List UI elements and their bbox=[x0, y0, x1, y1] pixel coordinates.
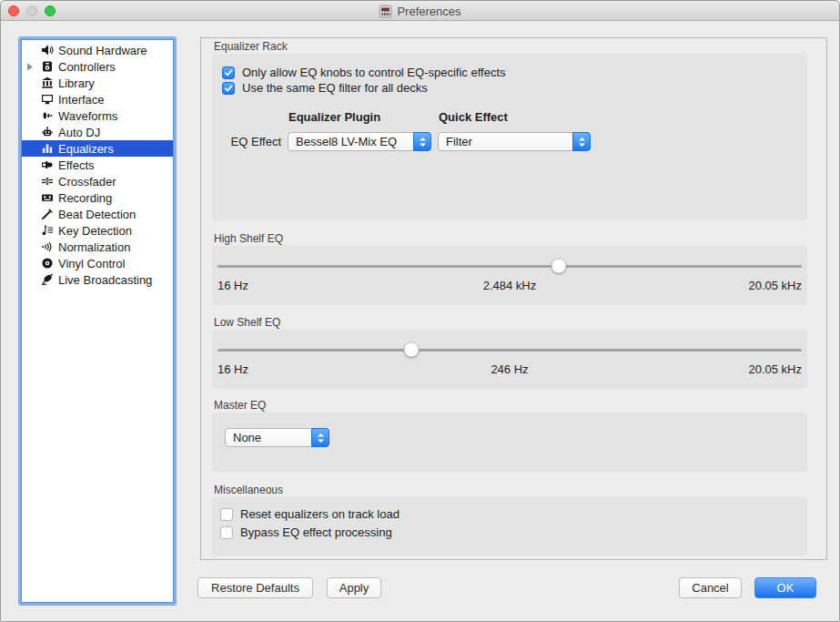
slider-track[interactable] bbox=[218, 349, 802, 352]
slider-thumb[interactable] bbox=[404, 342, 420, 358]
effects-plug-icon bbox=[40, 158, 55, 172]
eq-effect-row-label: EQ Effect bbox=[212, 135, 281, 148]
checkbox-label: Bypass EQ effect processing bbox=[240, 525, 392, 539]
display-icon bbox=[40, 92, 55, 107]
sidebar-item-crossfader[interactable]: Crossfader bbox=[22, 173, 173, 189]
robot-icon bbox=[40, 125, 55, 139]
bypass-eq-checkbox[interactable] bbox=[220, 526, 233, 539]
preferences-window: Preferences Sound Hardware Controllers L… bbox=[0, 0, 840, 622]
slider-value-label: 246 Hz bbox=[218, 362, 802, 376]
sidebar-item-label: Waveforms bbox=[58, 109, 117, 123]
beat-detection-icon bbox=[40, 207, 55, 221]
sidebar-item-label: Live Broadcasting bbox=[58, 273, 152, 287]
disclosure-triangle-icon[interactable] bbox=[26, 63, 40, 71]
quick-effect-column-header: Quick Effect bbox=[439, 110, 508, 124]
slider-max-label: 20.05 kHz bbox=[748, 279, 802, 292]
quick-effect-select[interactable]: Filter bbox=[438, 132, 591, 151]
traffic-lights bbox=[8, 5, 56, 16]
low-shelf-eq-slider[interactable] bbox=[218, 337, 802, 364]
waveform-icon bbox=[40, 108, 55, 123]
close-button[interactable] bbox=[8, 5, 19, 16]
sidebar-item-equalizers[interactable]: Equalizers bbox=[22, 140, 173, 157]
title-area: Preferences bbox=[1, 1, 839, 21]
sidebar-item-controllers[interactable]: Controllers bbox=[22, 58, 173, 75]
sidebar-item-recording[interactable]: Recording bbox=[22, 189, 173, 206]
popup-arrows-icon bbox=[572, 132, 591, 151]
sidebar-item-library[interactable]: Library bbox=[22, 75, 173, 91]
sidebar-item-auto-dj[interactable]: Auto DJ bbox=[22, 124, 173, 140]
sidebar-item-key-detection[interactable]: Key Detection bbox=[22, 222, 173, 239]
only-eq-knobs-checkbox[interactable] bbox=[222, 66, 235, 79]
preferences-sidebar: Sound Hardware Controllers Library Inter… bbox=[21, 39, 174, 603]
group-label: Low Shelf EQ bbox=[214, 317, 807, 329]
recorder-icon bbox=[40, 190, 55, 205]
slider-max-label: 20.05 kHz bbox=[748, 362, 802, 376]
equalizers-preferences-pane: Equalizer Rack Only allow EQ knobs to co… bbox=[200, 37, 827, 560]
vinyl-icon bbox=[40, 256, 55, 270]
master-eq-value: None bbox=[226, 431, 311, 444]
slider-thumb[interactable] bbox=[551, 259, 566, 274]
sidebar-item-live-broadcasting[interactable]: Live Broadcasting bbox=[22, 271, 173, 288]
high-shelf-eq-group: High Shelf EQ 16 Hz 2.484 kHz 20.05 kHz bbox=[212, 233, 807, 305]
master-eq-group: Master EQ None bbox=[212, 400, 807, 472]
ok-button[interactable]: OK bbox=[754, 577, 816, 598]
broadcast-dish-icon bbox=[40, 272, 55, 287]
sidebar-item-sound-hardware[interactable]: Sound Hardware bbox=[22, 42, 173, 58]
sidebar-item-normalization[interactable]: Normalization bbox=[22, 239, 173, 255]
minimize-button[interactable] bbox=[26, 5, 37, 16]
group-label: Master EQ bbox=[214, 400, 807, 412]
sidebar-item-effects[interactable]: Effects bbox=[22, 157, 173, 173]
sidebar-item-waveforms[interactable]: Waveforms bbox=[22, 107, 173, 124]
sidebar-item-label: Vinyl Control bbox=[58, 257, 125, 270]
checkbox-label: Reset equalizers on track load bbox=[240, 507, 400, 521]
cancel-button[interactable]: Cancel bbox=[679, 577, 742, 598]
group-label: Miscellaneous bbox=[214, 484, 807, 496]
equalizer-bars-icon bbox=[40, 141, 55, 156]
sidebar-item-label: Auto DJ bbox=[58, 126, 100, 139]
group-label: Equalizer Rack bbox=[214, 41, 807, 53]
sidebar-item-vinyl-control[interactable]: Vinyl Control bbox=[22, 255, 173, 271]
checkbox-label: Only allow EQ knobs to control EQ-specif… bbox=[242, 66, 506, 79]
sidebar-item-label: Interface bbox=[58, 93, 105, 107]
titlebar: Preferences bbox=[1, 1, 839, 21]
sidebar-item-label: Beat Detection bbox=[58, 208, 136, 221]
low-shelf-eq-group: Low Shelf EQ 16 Hz 246 Hz 20.05 kHz bbox=[212, 317, 807, 389]
popup-arrows-icon bbox=[413, 132, 431, 151]
slider-track[interactable] bbox=[218, 265, 802, 268]
equalizer-plugin-value: Bessel8 LV-Mix EQ bbox=[288, 135, 413, 148]
checkbox-label: Use the same EQ filter for all decks bbox=[242, 81, 428, 95]
window-title: Preferences bbox=[397, 5, 460, 18]
sidebar-item-label: Normalization bbox=[58, 240, 130, 254]
sidebar-item-label: Sound Hardware bbox=[58, 44, 147, 57]
zoom-button[interactable] bbox=[45, 5, 56, 16]
quick-effect-value: Filter bbox=[439, 135, 572, 148]
high-shelf-eq-slider[interactable] bbox=[218, 253, 802, 280]
same-eq-filter-checkbox[interactable] bbox=[222, 82, 235, 95]
restore-defaults-button[interactable]: Restore Defaults bbox=[197, 577, 313, 598]
equalizer-plugin-select[interactable]: Bessel8 LV-Mix EQ bbox=[288, 132, 431, 151]
sidebar-item-label: Equalizers bbox=[58, 142, 114, 156]
group-label: High Shelf EQ bbox=[214, 233, 807, 245]
app-icon bbox=[379, 5, 392, 18]
controller-icon bbox=[40, 59, 55, 74]
popup-arrows-icon bbox=[311, 428, 329, 447]
sidebar-item-label: Controllers bbox=[58, 60, 116, 74]
equalizer-plugin-column-header: Equalizer Plugin bbox=[288, 110, 380, 124]
crossfader-icon bbox=[40, 174, 55, 189]
master-eq-select[interactable]: None bbox=[225, 428, 329, 447]
sidebar-item-label: Effects bbox=[58, 158, 95, 172]
sidebar-item-label: Library bbox=[58, 76, 95, 90]
library-icon bbox=[40, 76, 55, 90]
slider-value-label: 2.484 kHz bbox=[218, 279, 802, 292]
sidebar-item-label: Crossfader bbox=[58, 175, 116, 189]
reset-equalizers-checkbox[interactable] bbox=[220, 508, 233, 521]
apply-button[interactable]: Apply bbox=[327, 577, 381, 598]
sidebar-item-label: Key Detection bbox=[58, 224, 132, 238]
sidebar-item-beat-detection[interactable]: Beat Detection bbox=[22, 206, 173, 222]
equalizer-rack-group: Equalizer Rack Only allow EQ knobs to co… bbox=[212, 41, 807, 220]
sidebar-item-interface[interactable]: Interface bbox=[22, 91, 173, 107]
miscellaneous-group: Miscellaneous Reset equalizers on track … bbox=[212, 484, 807, 556]
speaker-icon bbox=[40, 43, 55, 57]
normalization-icon bbox=[40, 240, 55, 254]
key-detection-icon bbox=[40, 223, 55, 238]
